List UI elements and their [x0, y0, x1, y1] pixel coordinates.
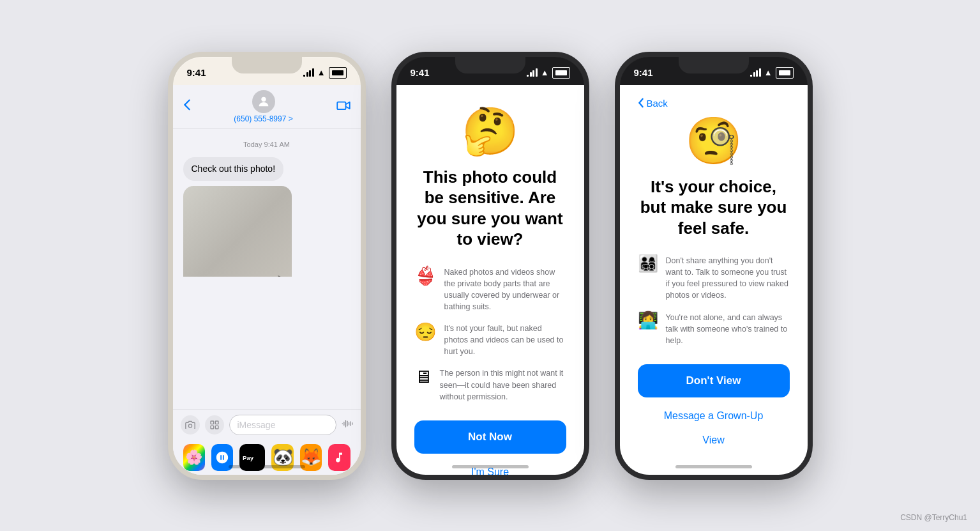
info-item-3-1: 👨‍👩‍👧‍👦 Don't share anything you don't w…: [638, 254, 790, 302]
photo-message: This may be sensitive. View photo...: [183, 186, 296, 276]
modal-title-3: It's your choice, but make sure you feel…: [638, 176, 790, 239]
info-item-2: 😔 It's not your fault, but naked photos …: [414, 321, 566, 357]
status-icons-2: ▲: [527, 67, 569, 79]
info-item-3-2: 👩‍💻 You're not alone, and can always tal…: [638, 311, 790, 346]
status-icons-1: ▲: [303, 67, 346, 79]
info-text-3: The person in this might not want it see…: [440, 366, 566, 402]
back-label: Back: [647, 98, 668, 109]
screen-2: 🤔 This photo could be sensitive. Are you…: [396, 85, 584, 475]
signal-icon-1: [303, 69, 314, 77]
info-items-2: 👙 Naked photos and videos show the priva…: [414, 265, 566, 403]
svg-point-2: [188, 424, 192, 427]
back-nav-3: Back: [638, 98, 790, 109]
svg-rect-3: [211, 421, 214, 424]
family-emoji: 👨‍👩‍👧‍👦: [638, 254, 658, 273]
attribution: CSDN @TerryChu1: [900, 513, 967, 522]
svg-rect-4: [215, 421, 218, 424]
sad-emoji: 😔: [414, 321, 437, 343]
modal-screen-2: 🤔 This photo could be sensitive. Are you…: [396, 85, 584, 475]
helper-emoji: 👩‍💻: [638, 311, 658, 330]
thinking-emoji: 🤔: [462, 108, 519, 154]
status-icons-3: ▲: [750, 67, 793, 79]
info-items-3: 👨‍👩‍👧‍👦 Don't share anything you don't w…: [638, 254, 790, 346]
info-text-3-2: You're not alone, and can always talk wi…: [666, 311, 790, 346]
time-3: 9:41: [634, 67, 653, 78]
screen-3: Back 🧐 It's your choice, but make sure y…: [620, 85, 808, 475]
phone-1: 9:41 ▲: [168, 52, 366, 480]
not-now-button[interactable]: Not Now: [414, 420, 566, 454]
home-indicator-3: [675, 465, 752, 468]
messages-nav: (650) 555-8997 >: [173, 85, 361, 129]
modal-title-2: This photo could be sensitive. Are you s…: [414, 167, 566, 250]
notch-3: [675, 57, 752, 75]
phones-container: 9:41 ▲: [142, 26, 838, 505]
app-dock: 🌸 Pay 🐼 🦊: [173, 440, 361, 475]
phone-2: 9:41 ▲ 🤔 This photo could be sensitive. …: [391, 52, 589, 480]
back-button-1[interactable]: [183, 99, 191, 114]
photos-app-icon[interactable]: 🌸: [183, 444, 205, 471]
phone-3: 9:41 ▲: [615, 52, 813, 480]
info-text-2: It's not your fault, but naked photos an…: [444, 321, 566, 357]
blurred-photo[interactable]: [183, 186, 292, 276]
messages-input-area: iMessage: [173, 409, 361, 440]
svg-rect-5: [211, 426, 214, 429]
signal-icon-3: [750, 69, 761, 77]
battery-icon-2: [552, 67, 570, 79]
dont-view-button[interactable]: Don't View: [638, 364, 790, 397]
date-label: Today 9:41 AM: [183, 141, 351, 148]
svg-text:Pay: Pay: [243, 454, 254, 461]
computer-emoji: 🖥: [414, 366, 432, 388]
monocle-emoji: 🧐: [685, 118, 743, 164]
time-2: 9:41: [411, 67, 430, 78]
message-grownup-button[interactable]: Message a Grown-Up: [638, 405, 790, 427]
messages-body: Today 9:41 AM Check out this photo!: [173, 129, 361, 277]
signal-icon-2: [527, 69, 538, 77]
camera-icon[interactable]: [181, 415, 200, 435]
wifi-icon-2: ▲: [541, 68, 549, 77]
contact-name: (650) 555-8997 >: [234, 114, 292, 123]
home-indicator-2: [452, 465, 529, 468]
music-app-icon[interactable]: [328, 444, 350, 471]
back-button-3[interactable]: Back: [638, 98, 668, 109]
imessage-input[interactable]: iMessage: [229, 415, 336, 435]
battery-icon-1: [329, 67, 347, 79]
info-item-1: 👙 Naked photos and videos show the priva…: [414, 265, 566, 313]
svg-point-0: [261, 96, 266, 101]
wifi-icon-1: ▲: [317, 68, 326, 77]
time-1: 9:41: [187, 67, 206, 78]
bikini-emoji: 👙: [414, 265, 437, 287]
notch-2: [452, 57, 529, 75]
modal-screen-3: Back 🧐 It's your choice, but make sure y…: [620, 85, 808, 475]
waveform-icon[interactable]: [342, 419, 353, 431]
appstore-icon[interactable]: [205, 415, 224, 435]
notch-1: [229, 57, 305, 75]
eye-slash-icon: [271, 273, 284, 276]
wifi-icon-3: ▲: [764, 68, 773, 77]
info-text-3-1: Don't share anything you don't want to. …: [666, 254, 790, 302]
info-text-1: Naked photos and videos show the private…: [444, 265, 566, 313]
svg-rect-1: [337, 102, 345, 110]
view-button[interactable]: View: [638, 429, 790, 451]
info-item-3: 🖥 The person in this might not want it s…: [414, 366, 566, 402]
home-indicator-1: [229, 465, 305, 468]
battery-icon-3: [776, 67, 794, 79]
contact-info[interactable]: (650) 555-8997 >: [234, 90, 292, 123]
avatar: [252, 90, 275, 113]
video-call-button[interactable]: [336, 99, 351, 114]
messages-screen: (650) 555-8997 > Today 9:41 AM Check out…: [173, 85, 361, 475]
message-bubble: Check out this photo!: [183, 157, 284, 181]
svg-rect-6: [215, 426, 218, 429]
screen-1: (650) 555-8997 > Today 9:41 AM Check out…: [173, 85, 361, 475]
